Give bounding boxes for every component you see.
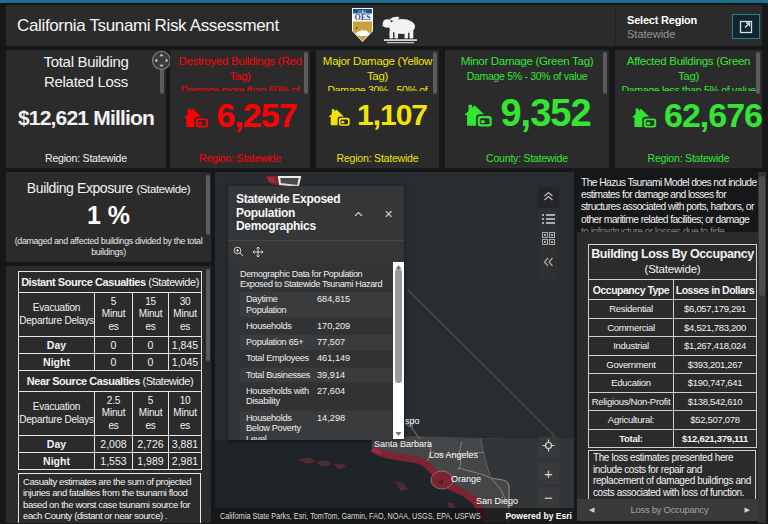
svg-text:Los Angeles: Los Angeles	[429, 450, 479, 460]
svg-text:OES: OES	[354, 13, 371, 22]
svg-text:Orange: Orange	[451, 474, 481, 484]
svg-text:spo: spo	[405, 416, 420, 426]
svg-text:Santa Barbara: Santa Barbara	[374, 439, 432, 449]
svg-text:San Diego: San Diego	[476, 496, 518, 506]
